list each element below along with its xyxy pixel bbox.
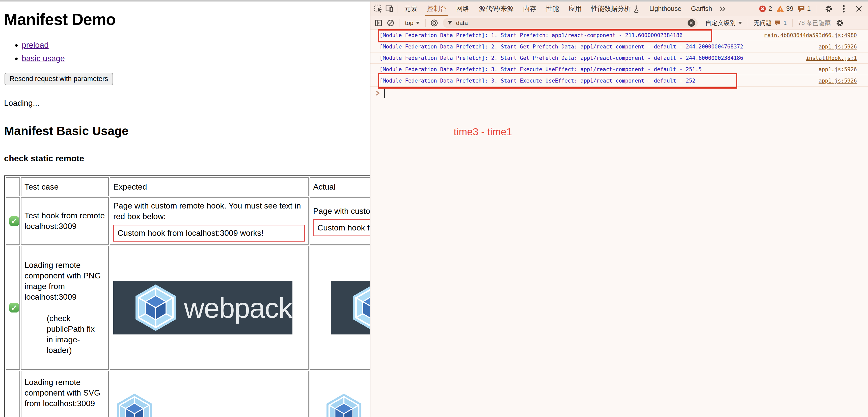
kebab-menu-icon[interactable]: [838, 3, 849, 14]
console-message: [Module Federation Data Prefetch]: 2. St…: [370, 53, 868, 64]
devtools-panel: 元素 控制台 网络 源代码/来源 内存 性能 应用 性能数据分析 Lightho…: [370, 1, 868, 417]
tab-performance-insights[interactable]: 性能数据分析: [586, 1, 645, 16]
text-cursor: [384, 88, 385, 98]
webpack-banner-image: webpack: [313, 281, 370, 334]
console-sidebar-toggle-icon[interactable]: [373, 18, 384, 29]
no-issues-label: 无问题: [753, 19, 772, 27]
custom-levels-dropdown[interactable]: 自定义级别: [703, 19, 745, 27]
loading-status-text: Loading...: [4, 98, 370, 108]
tab-network[interactable]: 网络: [452, 1, 474, 16]
pass-check-icon: ✓: [9, 303, 19, 312]
list-item: preload: [22, 40, 370, 50]
tab-garfish[interactable]: Garfish: [686, 1, 717, 16]
tab-sources[interactable]: 源代码/来源: [474, 1, 518, 16]
section-title: Manifest Basic Usage: [4, 124, 370, 138]
console-source-link[interactable]: installHook.js:1: [798, 55, 857, 61]
actual-cell: [310, 371, 370, 417]
expected-column-header: Expected: [110, 177, 309, 197]
divider: [792, 19, 793, 27]
tab-performance[interactable]: 性能: [541, 1, 564, 16]
console-filter-input[interactable]: data: [443, 18, 698, 28]
flask-icon: [633, 5, 640, 12]
test-case-text: Loading remote component with PNG image …: [25, 260, 105, 302]
tab-memory[interactable]: 内存: [518, 1, 541, 16]
error-count: 2: [768, 5, 772, 12]
console-message-text: [Module Federation Data Prefetch]: 1. St…: [379, 32, 683, 38]
resend-request-button[interactable]: Resend request with parameters: [4, 73, 113, 85]
filter-funnel-icon: [447, 20, 453, 26]
pass-check-icon: ✓: [9, 216, 19, 226]
console-source-link[interactable]: main.4b803644da593d66.js:4980: [757, 32, 857, 38]
test-case-text: Loading remote component with SVG from l…: [25, 377, 105, 409]
filter-input-value: data: [456, 20, 688, 27]
issues-icon: [798, 5, 805, 12]
table-row: ✓ Test hook from remote localhost:3009 P…: [6, 198, 370, 245]
tab-console[interactable]: 控制台: [422, 1, 452, 16]
webpack-banner-image: webpack: [113, 281, 305, 334]
annotation-text: time3 - time1: [454, 126, 512, 138]
custom-levels-label: 自定义级别: [705, 19, 736, 27]
live-expression-eye-icon[interactable]: [429, 18, 440, 29]
console-message-list: [Module Federation Data Prefetch]: 1. St…: [370, 30, 868, 100]
tab-application[interactable]: 应用: [564, 1, 586, 16]
status-column-header: [6, 177, 20, 197]
test-case-cell: Test hook from remote localhost:3009: [21, 198, 109, 245]
issues-status[interactable]: 无问题 1: [751, 19, 789, 27]
test-case-note: (check publicPath fix in image-loader): [25, 313, 100, 356]
table-row: ✓ Loading remote component with PNG imag…: [6, 246, 370, 370]
expected-description: Page with custom remote hook. You must s…: [113, 201, 305, 221]
issues-badge[interactable]: 1: [798, 5, 811, 12]
issues-count: 1: [807, 5, 811, 12]
webpack-banner-logo: webpack: [331, 281, 370, 334]
issues-count: 1: [783, 20, 786, 27]
page-title: Manifest Demo: [4, 10, 370, 29]
console-prompt[interactable]: [370, 87, 868, 100]
table-header-row: Test case Expected Actual: [6, 177, 370, 197]
actual-cell: webpack: [310, 246, 370, 370]
warning-badge[interactable]: 39: [776, 5, 794, 12]
expected-cell: [110, 371, 309, 417]
tab-label: 性能数据分析: [591, 4, 630, 13]
close-icon[interactable]: [854, 3, 865, 14]
console-message: [Module Federation Data Prefetch]: 3. St…: [370, 64, 868, 75]
console-message-text: [Module Federation Data Prefetch]: 2. St…: [379, 55, 743, 61]
console-message-text: [Module Federation Data Prefetch]: 3. St…: [379, 66, 702, 72]
preload-link[interactable]: preload: [22, 40, 49, 50]
more-tabs-icon[interactable]: [717, 3, 728, 14]
basic-usage-link[interactable]: basic usage: [22, 54, 65, 63]
console-message-text: [Module Federation Data Prefetch]: 2. St…: [379, 44, 743, 50]
clear-filter-icon[interactable]: [688, 19, 695, 27]
tab-elements[interactable]: 元素: [399, 1, 422, 16]
actual-description: Page with custom remote hook. You must s…: [313, 206, 370, 216]
inspect-element-icon[interactable]: [373, 3, 384, 14]
console-settings-gear-icon[interactable]: [834, 18, 845, 29]
actual-cell: Page with custom remote hook. You must s…: [310, 198, 370, 245]
divider: [748, 19, 748, 27]
error-badge[interactable]: 2: [759, 5, 772, 12]
expected-cell: webpack: [110, 246, 309, 370]
hidden-messages-label: 78 条已隐藏: [796, 19, 833, 27]
status-cell: ✓: [6, 198, 20, 245]
devtools-tab-bar: 元素 控制台 网络 源代码/来源 内存 性能 应用 性能数据分析 Lightho…: [370, 1, 868, 16]
console-source-link[interactable]: app1.js:5926: [811, 44, 857, 50]
clear-console-icon[interactable]: [385, 18, 396, 29]
console-source-link[interactable]: app1.js:5926: [811, 78, 857, 84]
issues-icon: [774, 20, 781, 26]
console-message: [Module Federation Data Prefetch]: 3. St…: [370, 75, 868, 87]
demo-webpage: Manifest Demo preload basic usage Resend…: [0, 1, 370, 417]
status-cell: ✓: [6, 371, 20, 417]
tab-lighthouse[interactable]: Lighthouse: [645, 1, 686, 16]
console-source-link[interactable]: app1.js:5926: [811, 66, 857, 72]
list-item: basic usage: [22, 54, 370, 63]
settings-gear-icon[interactable]: [823, 3, 834, 14]
webpack-banner-logo: webpack: [113, 281, 292, 334]
subsection-title: check static remote: [4, 153, 370, 163]
chevron-down-icon: [738, 22, 742, 24]
webpack-logo-text: webpack: [184, 292, 292, 324]
divider: [817, 5, 817, 13]
devtools-tabs: 元素 控制台 网络 源代码/来源 内存 性能 应用 性能数据分析 Lightho…: [399, 1, 728, 16]
error-icon: [759, 5, 766, 12]
context-selector[interactable]: top: [402, 20, 423, 27]
device-toolbar-icon[interactable]: [384, 3, 395, 14]
chevron-down-icon: [416, 22, 420, 24]
